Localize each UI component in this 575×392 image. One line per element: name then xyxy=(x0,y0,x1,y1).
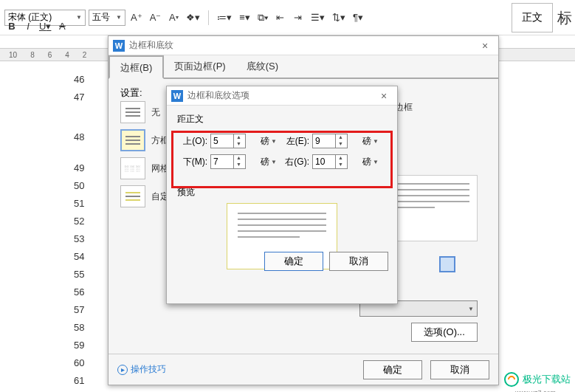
line-num: 54 xyxy=(74,251,84,263)
right-spinner[interactable]: ▲▼ xyxy=(312,154,348,169)
increase-font-button[interactable]: A⁺ xyxy=(128,10,145,26)
line-num: 50 xyxy=(74,180,84,192)
tab-stop-button[interactable]: ☰▾ xyxy=(309,10,327,26)
spin-down-icon[interactable]: ▼ xyxy=(234,162,244,168)
style-box[interactable] xyxy=(120,129,145,151)
logo-url: www.xz7.com xyxy=(515,389,556,392)
close-button[interactable]: × xyxy=(375,89,393,103)
dialog-tabs: 边框(B) 页面边框(P) 底纹(S) xyxy=(109,55,498,79)
decrease-font-button[interactable]: A⁻ xyxy=(148,10,164,26)
font-size-value: 五号 xyxy=(92,11,110,24)
indent-inc-button[interactable]: ⇥ xyxy=(291,10,306,26)
top-input[interactable] xyxy=(211,136,233,146)
watermark-logo: 极光下载站 xyxy=(503,371,571,388)
pilcrow-button[interactable]: ¶▾ xyxy=(351,10,365,26)
line-num: 46 xyxy=(74,74,84,86)
line-num: 55 xyxy=(74,269,84,281)
chevron-down-icon: ▼ xyxy=(76,14,82,21)
style-body-text[interactable]: 正文 xyxy=(512,3,553,32)
line-num: 60 xyxy=(74,357,84,369)
right-label: 右(G): xyxy=(283,156,311,168)
ruler-mark: 4 xyxy=(65,51,69,59)
italic-button[interactable]: I xyxy=(21,18,35,34)
line-num: 57 xyxy=(74,304,84,316)
left-spinner[interactable]: ▲▼ xyxy=(312,134,348,148)
border-options-dialog: W 边框和底纹选项 × 距正文 上(O): ▲▼ 磅▼ 左(E): ▲▼ 磅▼ … xyxy=(166,86,398,304)
spin-up-icon[interactable]: ▲ xyxy=(336,134,345,141)
indent-dec-button[interactable]: ⇤ xyxy=(273,10,288,26)
ok-button[interactable]: 确定 xyxy=(363,360,422,379)
tab-shading[interactable]: 底纹(S) xyxy=(236,55,289,78)
app-icon: W xyxy=(113,40,125,52)
distance-fieldset: 上(O): ▲▼ 磅▼ 左(E): ▲▼ 磅▼ 下(M): ▲▼ 磅▼ 右(G)… xyxy=(177,128,387,176)
spin-down-icon[interactable]: ▼ xyxy=(234,141,244,148)
left-input[interactable] xyxy=(313,136,335,146)
spin-up-icon[interactable]: ▲ xyxy=(234,155,244,162)
chevron-down-icon: ▼ xyxy=(373,138,379,145)
line-num: 61 xyxy=(74,375,84,387)
app-icon: W xyxy=(171,90,183,102)
spin-up-icon[interactable]: ▲ xyxy=(234,134,244,141)
options-button[interactable]: 选项(O)... xyxy=(411,323,478,342)
dialog-titlebar: W 边框和底纹选项 × xyxy=(167,86,397,106)
style-custom[interactable] xyxy=(120,185,145,207)
numbering-button[interactable]: ≡▾ xyxy=(237,10,252,26)
close-button[interactable]: × xyxy=(476,38,494,53)
cancel-button[interactable]: 取消 xyxy=(430,360,489,379)
bottom-input[interactable] xyxy=(211,157,233,167)
clear-format-button[interactable]: ❖▾ xyxy=(184,10,202,26)
line-num: 47 xyxy=(74,92,84,103)
change-case-button[interactable]: A ▾ xyxy=(166,10,181,26)
tab-border[interactable]: 边框(B) xyxy=(109,55,164,79)
chevron-down-icon: ▼ xyxy=(271,138,277,145)
dialog-title: 边框和底纹 xyxy=(129,39,476,52)
bottom-spinner[interactable]: ▲▼ xyxy=(210,154,246,169)
chevron-down-icon: ▼ xyxy=(373,159,379,165)
bottom-label: 下(M): xyxy=(181,156,209,168)
font-size-select[interactable]: 五号▼ xyxy=(89,10,125,26)
logo-text: 极光下载站 xyxy=(523,373,571,386)
unit-select[interactable]: 磅▼ xyxy=(362,156,379,168)
dialog-title: 边框和底纹选项 xyxy=(187,89,375,102)
tips-label: 操作技巧 xyxy=(131,363,166,376)
unit-select[interactable]: 磅▼ xyxy=(362,135,379,148)
line-num: 59 xyxy=(74,340,84,351)
tab-page-border[interactable]: 页面边框(P) xyxy=(164,55,235,78)
multilevel-button[interactable]: ⧉▾ xyxy=(255,10,270,26)
chevron-down-icon: ▼ xyxy=(271,159,277,165)
spin-down-icon[interactable]: ▼ xyxy=(336,141,345,148)
chevron-down-icon: ▼ xyxy=(468,306,474,312)
ruler-mark: 8 xyxy=(30,51,35,59)
line-num: 56 xyxy=(74,286,84,298)
ruler-mark: 6 xyxy=(48,51,52,59)
top-spinner[interactable]: ▲▼ xyxy=(210,134,246,148)
line-num: 49 xyxy=(74,162,84,174)
style-heading-label[interactable]: 标 xyxy=(557,8,572,28)
underline-button[interactable]: U▾ xyxy=(37,18,53,34)
ok-button[interactable]: 确定 xyxy=(264,252,323,271)
sort-button[interactable]: ⇅▾ xyxy=(330,10,348,26)
line-num: 53 xyxy=(74,233,84,245)
left-label: 左(E): xyxy=(283,135,311,148)
tips-link[interactable]: ▸操作技巧 xyxy=(117,363,166,376)
unit-select[interactable]: 磅▼ xyxy=(261,135,281,148)
line-num: 52 xyxy=(74,216,84,227)
top-label: 上(O): xyxy=(181,135,209,148)
line-num: 51 xyxy=(74,198,84,210)
spin-down-icon[interactable]: ▼ xyxy=(336,162,345,168)
style-grid[interactable]: ░░░ xyxy=(120,157,145,179)
preview-apply-icon[interactable] xyxy=(439,256,455,272)
unit-select[interactable]: 磅▼ xyxy=(261,156,281,168)
strike-button[interactable]: A xyxy=(55,18,69,34)
dialog-titlebar: W 边框和底纹 × xyxy=(109,36,498,55)
style-none[interactable] xyxy=(120,101,145,123)
spin-up-icon[interactable]: ▲ xyxy=(336,155,345,162)
cancel-button[interactable]: 取消 xyxy=(329,252,388,271)
right-input[interactable] xyxy=(313,157,335,167)
line-numbers: 46 47 48 49 50 51 52 53 54 55 56 57 58 5… xyxy=(74,74,84,387)
ribbon-toolbar: 宋体 (正文)▼ 五号▼ A⁺ A⁻ A ▾ ❖▾ ≔▾ ≡▾ ⧉▾ ⇤ ⇥ ☰… xyxy=(0,0,575,35)
info-icon: ▸ xyxy=(117,365,128,375)
separator xyxy=(208,10,209,25)
bullets-button[interactable]: ≔▾ xyxy=(215,10,234,26)
bold-button[interactable]: B xyxy=(4,18,19,34)
